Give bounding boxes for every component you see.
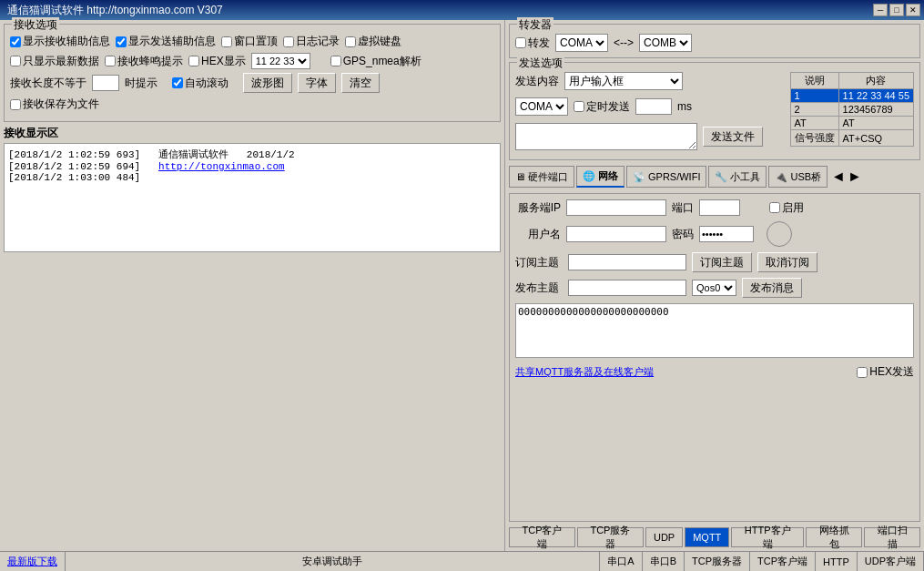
waveform-button[interactable]: 波形图 bbox=[243, 73, 292, 93]
bottom-tab-udp[interactable]: UDP bbox=[645, 527, 683, 547]
main-content: 接收选项 显示接收辅助信息 显示发送辅助信息 窗口置顶 日志记录 bbox=[0, 20, 924, 551]
hex-send-check[interactable]: HEX发送 bbox=[857, 364, 914, 380]
show-latest-only-check[interactable]: 只显示最新数据 bbox=[10, 54, 99, 69]
bottom-tab-net-capture[interactable]: 网络抓包 bbox=[806, 527, 862, 547]
tab-tools[interactable]: 🔧 小工具 bbox=[708, 166, 767, 188]
timed-ms-input[interactable]: 1000 bbox=[635, 98, 672, 115]
subscribe-topic-input[interactable]: /device/humiture/# bbox=[568, 254, 686, 270]
enable-check[interactable]: 启用 bbox=[769, 200, 804, 216]
hex-link-row: 共享MQTT服务器及在线客户端 HEX发送 bbox=[515, 364, 914, 380]
server-ip-row: 服务端IP 47.93.19.134 端口 1883 启用 bbox=[515, 199, 914, 216]
recv-row3: 接收长度不等于 时提示 自动滚动 波形图 字体 清空 bbox=[10, 73, 494, 93]
minimize-button[interactable]: ─ bbox=[873, 4, 888, 16]
tab-hardware[interactable]: 🖥 硬件端口 bbox=[509, 166, 574, 188]
server-ip-label: 服务端IP bbox=[515, 200, 561, 216]
recv-options-group: 接收选项 显示接收辅助信息 显示发送辅助信息 窗口置顶 日志记录 bbox=[4, 24, 501, 122]
recv-row4: 接收保存为文件 bbox=[10, 97, 494, 112]
network-icon: 🌐 bbox=[583, 170, 595, 182]
hex-value-select[interactable]: 11 22 33 bbox=[251, 53, 310, 69]
message-textarea[interactable]: 0000000000000000000000000 bbox=[515, 303, 914, 358]
subscribe-row: 订阅主题 /device/humiture/# 订阅主题 取消订阅 bbox=[515, 252, 914, 272]
gps-nmea-check[interactable]: GPS_nmea解析 bbox=[330, 54, 421, 69]
send-content-row: 发送内容 用户输入框 bbox=[515, 72, 783, 90]
title-bar: 通信猫调试软件 http://tongxinmao.com V307 ─ □ ✕ bbox=[0, 0, 924, 20]
send-table: 说明 内容 111 22 33 44 552123456789ATAT信号强度A… bbox=[790, 72, 914, 147]
status-udp-client[interactable]: UDP客户端 bbox=[858, 552, 924, 571]
clear-button[interactable]: 清空 bbox=[341, 73, 380, 93]
virtual-keyboard-check[interactable]: 虚拟键盘 bbox=[345, 34, 401, 49]
left-panel: 接收选项 显示接收辅助信息 显示发送辅助信息 窗口置顶 日志记录 bbox=[0, 20, 505, 551]
tab-usb[interactable]: 🔌 USB桥 bbox=[768, 166, 828, 188]
display-textarea[interactable]: [2018/1/2 1:02:59 693] 通信猫调试软件 2018/1/2 … bbox=[4, 143, 501, 252]
mqtt-link[interactable]: 共享MQTT服务器及在线客户端 bbox=[515, 365, 654, 379]
bottom-tab-port-scan[interactable]: 端口扫描 bbox=[864, 527, 920, 547]
bottom-tab-tcp-server[interactable]: TCP服务器 bbox=[577, 527, 644, 547]
send-area-row: 发送文件 bbox=[515, 123, 783, 150]
password-input[interactable]: passwo bbox=[699, 226, 754, 242]
save-to-file-check[interactable]: 接收保存为文件 bbox=[10, 97, 99, 112]
send-input-area[interactable] bbox=[515, 123, 697, 150]
bottom-tab-http-client[interactable]: HTTP客户端 bbox=[731, 527, 804, 547]
show-recv-assist-check[interactable]: 显示接收辅助信息 bbox=[10, 34, 110, 49]
user-pass-row: 用户名 TEST 密码 passwo bbox=[515, 221, 914, 247]
publish-topic-input[interactable]: test bbox=[568, 280, 686, 296]
log-line-2: [2018/1/2 1:02:59 694] http://tongxinmao… bbox=[8, 161, 496, 172]
subscribe-button[interactable]: 订阅主题 bbox=[692, 252, 752, 272]
forwarder-title: 转发器 bbox=[517, 17, 553, 33]
hex-display-check[interactable]: HEX显示 bbox=[188, 54, 246, 69]
server-ip-input[interactable]: 47.93.19.134 bbox=[566, 199, 666, 216]
tabs-arrow-right[interactable]: ► bbox=[848, 168, 862, 185]
recv-beep-check[interactable]: 接收蜂鸣提示 bbox=[105, 54, 183, 69]
send-options-title: 发送选项 bbox=[517, 56, 564, 71]
status-android[interactable]: 安卓调试助手 bbox=[66, 552, 600, 571]
status-com-b[interactable]: 串口B bbox=[643, 552, 685, 571]
network-content-panel: 服务端IP 47.93.19.134 端口 1883 启用 用户名 TEST 密… bbox=[509, 193, 920, 522]
tab-gprs[interactable]: 📡 GPRS/WIFI bbox=[626, 166, 706, 188]
bottom-tab-mqtt[interactable]: MQTT bbox=[685, 527, 729, 547]
status-com-a[interactable]: 串口A bbox=[600, 552, 642, 571]
recv-row2: 只显示最新数据 接收蜂鸣提示 HEX显示 11 22 33 GPS_nmea解析 bbox=[10, 53, 494, 69]
send-content-select[interactable]: 用户输入框 bbox=[564, 72, 683, 90]
tab-network[interactable]: 🌐 网络 bbox=[576, 166, 624, 188]
recv-length-input[interactable] bbox=[92, 75, 119, 91]
close-button[interactable]: ✕ bbox=[906, 4, 920, 16]
recv-options-title: 接收选项 bbox=[12, 17, 59, 33]
auto-scroll-check[interactable]: 自动滚动 bbox=[172, 76, 228, 91]
show-send-assist-check[interactable]: 显示发送辅助信息 bbox=[116, 34, 216, 49]
table-row[interactable]: 2123456789 bbox=[790, 103, 913, 117]
port-input[interactable]: 1883 bbox=[699, 199, 740, 216]
tabs-arrow-left[interactable]: ◄ bbox=[831, 168, 846, 185]
bottom-tab-tcp-client[interactable]: TCP客户端 bbox=[509, 527, 575, 547]
qos-select[interactable]: Qos0 Qos1 Qos2 bbox=[692, 280, 736, 296]
status-http[interactable]: HTTP bbox=[816, 552, 858, 571]
window-top-check[interactable]: 窗口置顶 bbox=[221, 34, 278, 49]
font-button[interactable]: 字体 bbox=[298, 73, 336, 93]
log-record-check[interactable]: 日志记录 bbox=[283, 34, 340, 49]
coma-timed-row: COMA 定时发送 1000 ms bbox=[515, 97, 783, 116]
link-tongxinmao[interactable]: http://tongxinmao.com bbox=[158, 161, 285, 172]
username-input[interactable]: TEST bbox=[566, 226, 666, 242]
status-tcp-server[interactable]: TCP服务器 bbox=[685, 552, 750, 571]
publish-button[interactable]: 发布消息 bbox=[742, 278, 802, 298]
coma-forward-select[interactable]: COMA bbox=[555, 34, 608, 52]
maximize-button[interactable]: □ bbox=[889, 4, 904, 16]
status-download[interactable]: 最新版下载 bbox=[0, 552, 66, 571]
message-container: 0000000000000000000000000 bbox=[515, 303, 914, 361]
forward-check[interactable]: 转发 bbox=[515, 36, 550, 51]
comb-forward-select[interactable]: COMB bbox=[639, 34, 692, 52]
send-file-button[interactable]: 发送文件 bbox=[703, 127, 763, 147]
table-row[interactable]: 信号强度AT+CSQ bbox=[790, 130, 913, 147]
connect-circle-button[interactable] bbox=[767, 221, 792, 247]
table-row[interactable]: ATAT bbox=[790, 117, 913, 130]
coma-send-select[interactable]: COMA bbox=[515, 97, 568, 116]
window-controls: ─ □ ✕ bbox=[873, 4, 920, 16]
unsubscribe-button[interactable]: 取消订阅 bbox=[757, 252, 817, 272]
timed-send-check[interactable]: 定时发送 bbox=[574, 99, 630, 115]
table-row[interactable]: 111 22 33 44 55 bbox=[790, 89, 913, 103]
log-line-1: [2018/1/2 1:02:59 693] 通信猫调试软件 2018/1/2 bbox=[8, 148, 496, 161]
log-line-3: [2018/1/2 1:03:00 484] bbox=[8, 172, 496, 183]
send-options-content: 发送内容 用户输入框 COMA 定时发送 1000 bbox=[515, 72, 914, 154]
bottom-tabs: TCP客户端TCP服务器UDPMQTTHTTP客户端网络抓包端口扫描 bbox=[509, 527, 920, 547]
status-tcp-client[interactable]: TCP客户端 bbox=[750, 552, 816, 571]
password-label: 密码 bbox=[672, 227, 694, 242]
